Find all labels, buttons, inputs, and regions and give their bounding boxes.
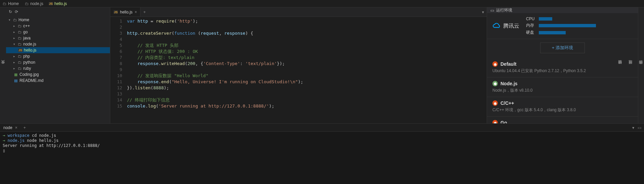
tree-item-label: hello.js [24,48,36,53]
code-editor[interactable]: 123456789101112131415 var http = require… [110,17,487,123]
environment-desc: Ubuntu 14.04.4 已安装 Python 2.7.12，Python … [492,68,633,74]
metric-bar [539,31,566,34]
close-icon[interactable]: × [134,10,137,14]
editor-tabs: JS hello.js × + ▾ [110,7,487,17]
tree-item[interactable]: ▸🗀python [6,59,110,65]
image-icon: ▦ [13,72,18,77]
right-activity-rail: 协作聊天 运行环境 访问链接 [638,7,644,123]
breadcrumb-item[interactable]: 🗀Home [2,1,19,6]
breadcrumb-label: Home [8,1,19,6]
tree-item[interactable]: ▾🗀node.js [6,41,110,47]
breadcrumb-item[interactable]: 🗀node.js [24,1,43,6]
tree-item-label: java [23,36,31,40]
chevron-right-icon: ▸ [13,36,15,40]
right-rail-item[interactable]: 访问链接 [617,66,623,68]
environment-panel: ▭ 运行环境 腾讯云 CPU内存硬盘 + 添加环境 ◉Default Ubunt… [487,7,638,123]
chevron-down-icon: ▾ [9,18,10,22]
terminal-tab-label: node [3,125,12,130]
chevron-down-icon: ▾ [13,42,15,46]
left-rail-item[interactable]: 文件夹 [0,66,6,68]
tree-item-label: php [23,54,30,59]
file-tree: ▾🗀Home▸🗀c++▸🗀go▸🗀java▾🗀node.jsJShello.js… [6,16,110,123]
environment-panel-title: 运行环境 [496,7,512,13]
folder-icon: 🗀 [17,42,22,47]
tree-item[interactable]: ▦Coding.jpg [6,71,110,78]
metric-bar [539,24,596,27]
tree-item-label: python [23,60,35,65]
metric-label: 内存 [526,23,536,28]
tree-item-label: ruby [23,66,31,71]
tree-item-label: README.md [19,78,43,83]
editor-tab[interactable]: JS hello.js × [110,7,140,17]
markdown-icon: ▤ [13,78,18,83]
right-rail-item[interactable]: 协作聊天 [638,66,644,68]
metric-label: CPU [526,17,536,21]
tab-dropdown-icon[interactable]: ▾ [479,10,487,14]
folder-icon: 🗀 [24,1,29,6]
chevron-right-icon: ▸ [13,55,15,58]
tree-item[interactable]: ▸🗀c++ [6,23,110,29]
cloud-logo: 腾讯云 [492,23,519,30]
tree-item-label: Home [18,18,29,22]
chevron-right-icon: ▸ [13,61,15,64]
environment-name: C/C++ [500,100,514,106]
folder-icon: 🗀 [17,30,22,34]
add-tab-button[interactable]: + [140,10,148,14]
environment-item[interactable]: ⬢Node.js Node.js，版本 v8.10.0 [487,78,638,97]
folder-icon: 🗀 [2,1,7,6]
tree-item[interactable]: ▤README.md [6,78,110,84]
metric-label: 硬盘 [526,30,536,35]
tree-item[interactable]: ▸🗀go [6,29,110,35]
tree-item[interactable]: ▸🗀java [6,35,110,41]
breadcrumb-item[interactable]: JShello.js [49,1,67,6]
editor-tab-label: hello.js [120,10,132,14]
cloud-icon [492,23,501,29]
folder-icon: 🗀 [12,18,17,22]
js-icon: JS [49,2,53,5]
tree-item[interactable]: ▾🗀Home [6,17,110,23]
code-content[interactable]: var http = require('http');http.createSe… [126,17,303,123]
monitor-icon: ▭ [490,8,494,13]
cloud-status: 腾讯云 CPU内存硬盘 [487,13,638,39]
environment-name: Go [500,120,507,123]
folder-icon: 🗀 [17,24,22,28]
tree-item[interactable]: ▸🗀ruby [6,65,110,71]
environment-name: Node.js [500,81,518,86]
chevron-right-icon: ▸ [13,30,15,34]
tree-item-label: node.js [23,42,36,47]
tree-item[interactable]: JShello.js [6,47,110,53]
environment-panel-header: ▭ 运行环境 [487,7,638,13]
terminal-collapse-icon[interactable]: ▾ [632,125,634,130]
close-icon[interactable]: × [15,125,17,130]
refresh-icon[interactable]: ↻ [9,9,12,14]
environment-item[interactable]: ◉Go Go 语言，版本 1.6.2 [487,117,638,123]
terminal-maximize-icon[interactable]: ▭ [638,125,641,130]
metric-row: 内存 [526,23,633,28]
breadcrumb-label: node.js [30,1,43,6]
add-terminal-button[interactable]: + [21,125,29,130]
environment-desc: Node.js，版本 v8.10.0 [492,88,633,93]
folder-icon: 🗀 [17,66,22,71]
node-icon: ⬢ [492,81,498,86]
metric-row: 硬盘 [526,30,633,35]
right-rail-item[interactable]: 运行环境 [627,66,634,68]
breadcrumb-label: hello.js [54,1,67,6]
cloud-name: 腾讯云 [503,23,519,30]
tree-item[interactable]: ▸🗀php [6,53,110,59]
folder-icon: 🗀 [17,60,22,65]
tree-item-label: go [23,30,28,34]
collapse-icon[interactable]: ⟳ [15,9,18,14]
ubuntu-icon: ◉ [492,120,498,123]
terminal-body[interactable]: → workspace cd node.js→ node.js node hel… [0,132,644,184]
environment-name: Default [500,61,516,67]
file-explorer: ↻ ⟳ ▾🗀Home▸🗀c++▸🗀go▸🗀java▾🗀node.jsJShell… [6,7,110,123]
folder-icon: 🗀 [17,36,22,40]
environment-item[interactable]: ◉Default Ubuntu 14.04.4 已安装 Python 2.7.1… [487,58,638,78]
environment-item[interactable]: ◉C/C++ C/C++ 环境，gcc 版本 5.4.0，clang 版本 3.… [487,97,638,117]
add-environment-button[interactable]: + 添加环境 [540,42,585,53]
terminal-tab[interactable]: node × [0,124,21,131]
js-icon: JS [114,10,118,14]
resource-metrics: CPU内存硬盘 [526,17,633,35]
metric-bar [539,17,552,21]
explorer-header: ↻ ⟳ [6,7,110,16]
